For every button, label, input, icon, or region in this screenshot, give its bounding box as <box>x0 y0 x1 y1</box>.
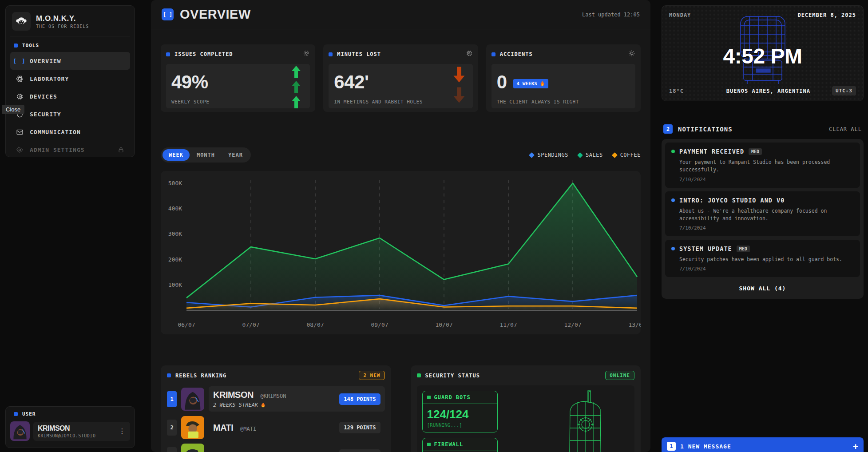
stats-row: ISSUES COMPLETED 49% WEEKLY SCOPE <box>161 44 641 112</box>
diamond-icon <box>529 152 535 158</box>
sidebar-item-label: DEVICES <box>30 93 57 100</box>
new-message-bar[interactable]: 1 1 NEW MESSAGE + <box>662 437 864 452</box>
clock-day: MONDAY <box>669 12 691 18</box>
area-chart[interactable]: 100K200K300K400K500K06/0707/0708/0709/07… <box>161 171 641 334</box>
sidebar: M.O.N.K.Y. THE OS FOR REBELS TOOLS [ ] O… <box>0 0 139 452</box>
range-tab-group: WEEK MONTH YEAR <box>161 147 251 163</box>
notification-date: 7/10/2024 <box>679 225 854 231</box>
tab-week[interactable]: WEEK <box>163 149 190 161</box>
kebab-menu-icon[interactable]: ⋮ <box>119 427 126 435</box>
stat-body: 0 4 WEEKS THE CLIENT ALWAYS IS RIGHT <box>491 64 635 108</box>
rank-avatar <box>181 388 204 411</box>
rank-streak-text: 2 WEEKS STREAK <box>213 402 258 408</box>
stat-body: 49% WEEKLY SCOPE <box>166 64 310 108</box>
stat-card-accidents: ACCIDENTS 0 4 WEEKS <box>486 44 641 112</box>
sidebar-item-overview[interactable]: [ ] OVERVIEW <box>10 52 130 70</box>
monkey-logo-icon <box>12 12 31 31</box>
close-tooltip: Close <box>2 105 24 114</box>
stat-card-minutes-lost: MINUTES LOST 642' IN MEETINGS AND RABBIT… <box>323 44 478 112</box>
notifications-count-badge: 2 <box>663 124 673 134</box>
sidebar-item-devices[interactable]: DEVICES <box>10 87 130 105</box>
brand-name: M.O.N.K.Y. <box>36 14 89 23</box>
stat-title: MINUTES LOST <box>337 51 381 57</box>
new-count-badge: 2 NEW <box>359 371 384 380</box>
brackets-icon: [ ] <box>16 57 24 65</box>
priority-badge: MED <box>749 148 762 155</box>
ranking-row-1[interactable]: 1 <box>167 386 385 412</box>
diamond-icon <box>612 152 618 158</box>
chip-icon <box>16 92 24 100</box>
firewall-label: FIREWALL <box>434 441 464 448</box>
message-label: 1 NEW MESSAGE <box>680 443 731 450</box>
trend-down-arrows-icon <box>452 64 466 108</box>
lock-icon <box>117 146 125 154</box>
ranking-row-2[interactable]: 2 MATI <box>167 416 385 439</box>
legend-coffee: COFFEE <box>613 152 641 158</box>
green-square-bullet <box>417 373 421 377</box>
svg-text:06/07: 06/07 <box>178 321 195 328</box>
sidebar-item-communication[interactable]: COMMUNICATION <box>10 123 130 141</box>
notification-system-update[interactable]: SYSTEM UPDATE MED Security patches have … <box>665 240 860 277</box>
streak-weeks-text: 4 WEEKS <box>517 81 537 87</box>
svg-text:100K: 100K <box>168 282 182 288</box>
legend-sales: SALES <box>578 152 603 158</box>
stat-subtitle: IN MEETINGS AND RABBIT HOLES <box>334 99 422 105</box>
brand-block: M.O.N.K.Y. THE OS FOR REBELS <box>10 10 130 36</box>
green-square-bullet <box>427 443 431 446</box>
brand-text: M.O.N.K.Y. THE OS FOR REBELS <box>36 14 89 29</box>
tab-month[interactable]: MONTH <box>190 149 221 161</box>
blue-square-bullet <box>329 52 333 56</box>
svg-text:400K: 400K <box>168 205 182 212</box>
sidebar-tools-card: M.O.N.K.Y. THE OS FOR REBELS TOOLS [ ] O… <box>5 5 135 157</box>
monky-dashboard: M.O.N.K.Y. THE OS FOR REBELS TOOLS [ ] O… <box>0 0 868 452</box>
notification-payment-received[interactable]: PAYMENT RECEIVED MED Your payment to Ram… <box>665 143 860 188</box>
notifications-section: 2 NOTIFICATIONS CLEAR ALL PAYMENT RECEIV… <box>662 123 864 299</box>
ranking-row-3[interactable]: 3 REK <box>167 444 385 452</box>
chart-controls: WEEK MONTH YEAR SPENDINGS SALES COFFEE <box>161 147 641 163</box>
rank-name: MATI <box>213 423 233 432</box>
show-all-button[interactable]: SHOW ALL (4) <box>665 281 860 295</box>
user-label-text: USER <box>22 411 36 417</box>
sidebar-item-label: COMMUNICATION <box>30 129 81 135</box>
clear-all-button[interactable]: CLEAR ALL <box>829 126 862 132</box>
chart-legend: SPENDINGS SALES COFFEE <box>530 152 641 158</box>
notifications-title: NOTIFICATIONS <box>678 126 733 133</box>
security-title: SECURITY STATUS <box>425 373 480 379</box>
gear-icon <box>16 146 24 154</box>
blue-square-bullet <box>167 373 171 377</box>
blue-square-bullet <box>14 412 18 416</box>
ranking-title: REBELS RANKING <box>175 373 226 379</box>
tab-year[interactable]: YEAR <box>222 149 249 161</box>
stat-value: 49% <box>171 72 305 92</box>
notification-description: Your payment to Rampant Studio has been … <box>679 159 854 174</box>
plus-icon[interactable]: + <box>853 441 858 452</box>
points-badge: 108 POINTS <box>339 449 380 452</box>
green-square-bullet <box>427 396 431 399</box>
svg-text:12/07: 12/07 <box>564 321 581 328</box>
sidebar-menu: [ ] OVERVIEW LABORATORY <box>10 52 130 159</box>
blue-square-bullet <box>166 52 170 56</box>
security-body: GUARD BOTS 124/124 [RUNNING...] FIREWALL… <box>417 385 635 452</box>
guard-bots-box: GUARD BOTS 124/124 [RUNNING...] <box>422 391 498 432</box>
message-count-badge: 1 <box>667 442 676 451</box>
main-header: [ ] OVERVIEW Last updated 12:05 <box>151 0 650 29</box>
chip-icon[interactable] <box>466 50 473 59</box>
rank-name: KRIMSON <box>213 390 254 400</box>
ranking-list: 1 <box>167 386 385 452</box>
sun-gear-icon[interactable] <box>628 50 635 59</box>
status-dot <box>671 198 675 202</box>
trend-up-arrows-icon <box>289 64 303 108</box>
sidebar-item-security[interactable]: SECURITY <box>10 105 130 123</box>
status-dot <box>671 247 675 250</box>
fire-icon <box>261 402 266 408</box>
legend-label: COFFEE <box>620 152 641 158</box>
clock-temperature: 18°C <box>669 88 705 94</box>
notification-intro-joyco[interactable]: INTRO: JOYCO STUDIO AND V0 About us - We… <box>665 191 860 237</box>
sidebar-item-laboratory[interactable]: LABORATORY <box>10 70 130 87</box>
status-dot <box>671 150 675 153</box>
brand-tagline: THE OS FOR REBELS <box>36 24 89 29</box>
gear-icon[interactable] <box>303 50 310 59</box>
svg-text:10/07: 10/07 <box>435 321 452 328</box>
atom-icon <box>16 75 24 83</box>
svg-text:13/07: 13/07 <box>628 321 641 328</box>
